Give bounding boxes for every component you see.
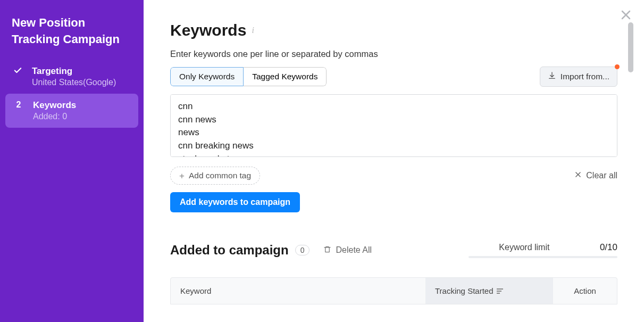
download-icon [548,71,556,82]
page-subtitle: Enter keywords one per line or separated… [170,49,617,59]
step-targeting[interactable]: Targeting United States(Google) [0,60,144,94]
clear-all-label: Clear all [586,171,617,180]
delete-all-label: Delete All [336,245,372,255]
scrollbar-thumb[interactable] [628,22,633,72]
keyword-limit-block: Keyword limit 0/10 [469,242,617,258]
tab-only-keywords[interactable]: Only Keywords [170,67,244,86]
limit-progress-bar [469,256,617,258]
main-panel: Keywords i Enter keywords one per line o… [144,0,644,322]
scrollbar[interactable] [628,22,633,267]
tab-tagged-keywords[interactable]: Tagged Keywords [244,67,327,86]
add-common-tag-button[interactable]: + Add common tag [170,167,260,185]
delete-all-button[interactable]: Delete All [323,245,372,255]
notification-dot [615,64,620,69]
table-header: Keyword Tracking Started Action [170,277,617,304]
sidebar-title: New Position Tracking Campaign [0,15,144,60]
th-action: Action [553,278,617,304]
step-sub: United States(Google) [32,78,116,87]
wizard-sidebar: New Position Tracking Campaign Targeting… [0,0,144,322]
info-icon[interactable]: i [252,26,254,35]
th-tracking-started[interactable]: Tracking Started [425,278,553,304]
import-from-button[interactable]: Import from... [540,67,617,87]
check-icon [12,66,23,75]
tab-group: Only Keywords Tagged Keywords [170,67,327,86]
th-tracking-label: Tracking Started [435,286,494,295]
step-sub: Added: 0 [33,112,76,121]
step-label: Keywords [33,100,76,111]
close-icon [574,171,582,180]
add-keywords-button[interactable]: Add keywords to campaign [170,192,300,212]
sort-desc-icon [497,288,503,294]
import-label: Import from... [561,72,609,81]
plus-icon: + [179,171,185,180]
step-label: Targeting [32,66,116,77]
clear-all-button[interactable]: Clear all [574,171,617,180]
limit-label: Keyword limit [499,243,549,252]
th-keyword[interactable]: Keyword [171,278,425,304]
added-count-pill: 0 [295,245,310,255]
step-number: 2 [13,100,24,110]
page-title: Keywords [170,21,246,39]
added-title: Added to campaign [170,243,289,258]
limit-value: 0/10 [600,242,617,253]
keywords-textarea[interactable] [170,94,617,157]
close-button[interactable] [620,9,634,23]
add-tag-label: Add common tag [189,171,251,180]
step-keywords[interactable]: 2 Keywords Added: 0 [5,94,138,128]
trash-icon [323,245,331,255]
